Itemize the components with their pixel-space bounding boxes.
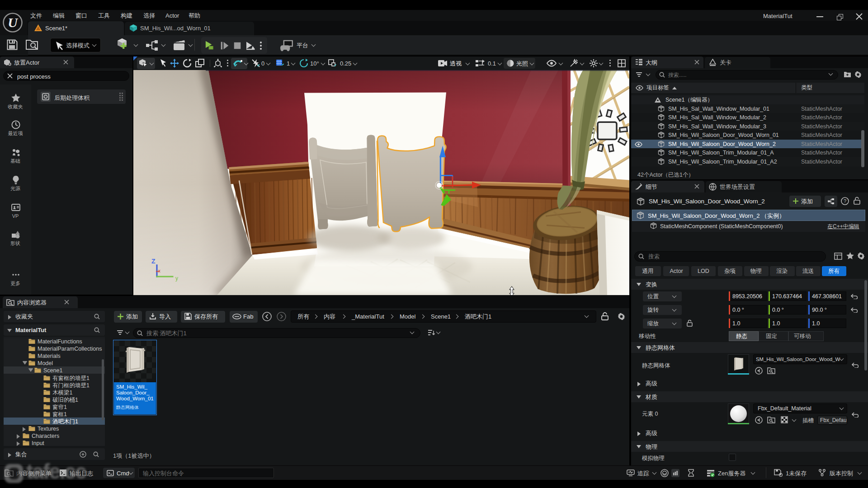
svg-text:?: ? [844,198,846,204]
svg-text:U: U [8,15,18,30]
svg-text:y: y [175,275,178,282]
svg-text:Z: Z [151,258,156,265]
